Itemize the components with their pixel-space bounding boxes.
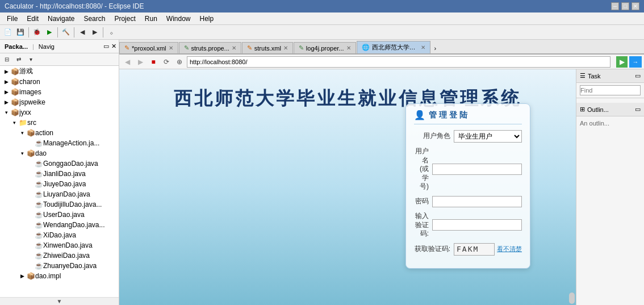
tab-close-log4j[interactable]: ✕ <box>346 45 351 51</box>
tab-close-proxool[interactable]: ✕ <box>169 45 173 51</box>
tab-close-struts-xml[interactable]: ✕ <box>283 45 288 51</box>
new-button[interactable]: 📄 <box>2 27 14 38</box>
tab-overflow-button[interactable]: › <box>431 43 440 53</box>
tree-item-action[interactable]: ▾ 📦 action <box>0 128 119 138</box>
tab-browser[interactable]: 🌐 西北师范大学毕业生就业信... ✕ <box>357 41 430 55</box>
tree-item-images[interactable]: ▶ 📦 images <box>0 87 119 97</box>
menu-project[interactable]: Project <box>110 14 140 24</box>
url-input[interactable] <box>187 56 610 68</box>
next-button[interactable]: ▶ <box>89 27 101 38</box>
tree-item-dao[interactable]: ▾ 📦 dao <box>0 148 119 158</box>
tab-close-browser[interactable]: ✕ <box>421 44 425 51</box>
save-button[interactable]: 💾 <box>15 27 26 38</box>
sidebar-close-button[interactable]: ✕ <box>111 43 116 50</box>
tree-label-xidao: XiDao.java <box>43 231 76 239</box>
tree-item-jspweike[interactable]: ▶ 📦 jspweike <box>0 97 119 107</box>
tree-label-action: action <box>35 129 53 137</box>
tree-item-jiuyedao[interactable]: ☕ JiuyeDao.java <box>0 179 119 189</box>
toggle-action[interactable]: ▾ <box>18 130 26 136</box>
java-icon-userdao: ☕ <box>34 210 43 219</box>
tree-item-xinwendao[interactable]: ☕ XinwenDao.java <box>0 240 119 250</box>
sidebar-more[interactable]: ▾ <box>25 54 36 65</box>
user-icon: 👤 <box>414 110 425 120</box>
tree-item-liuyandao[interactable]: ☕ LiuyanDao.java <box>0 189 119 199</box>
right-panel-minimize[interactable]: ▭ <box>635 72 641 80</box>
toggle-src[interactable]: ▾ <box>10 120 18 126</box>
tree-item-jyxx[interactable]: ▾ 📦 jyxx <box>0 107 119 118</box>
role-select[interactable]: 毕业生用户管理员企业用户 <box>454 130 522 143</box>
tree-item-xidao[interactable]: ☕ XiDao.java <box>0 230 119 240</box>
captcha-input[interactable] <box>432 219 522 231</box>
outline-minimize[interactable]: ▭ <box>635 106 641 113</box>
pkg-icon-images: 📦 <box>10 87 19 97</box>
sidebar-tree: ▶ 📦 游戏 ▶ 📦 charon ▶ 📦 images ▶ 📦 jspweik… <box>0 66 119 297</box>
browser-open-button[interactable]: → <box>629 56 642 68</box>
toolbar-sep-2 <box>57 27 58 37</box>
run-button[interactable]: ▶ <box>44 27 55 38</box>
sidebar-minimize-button[interactable]: ▭ <box>103 43 109 50</box>
find-bar <box>576 83 644 98</box>
close-button[interactable]: ✕ <box>632 2 639 10</box>
tree-item-src[interactable]: ▾ 📁 src <box>0 118 119 128</box>
prev-button[interactable]: ◀ <box>77 27 88 38</box>
right-panel: ☰ Task ▭ ⊞ Outlin... ▭ An outlin... <box>576 69 644 305</box>
toolbar-btn-extra[interactable]: ⬦ <box>106 27 117 38</box>
menu-edit[interactable]: Edit <box>22 14 43 24</box>
toggle-jyxx[interactable]: ▾ <box>2 110 10 115</box>
login-captcha-display-row: 获取验证码: FAKM 看不清楚 <box>414 243 522 256</box>
login-username-row: 用户名 (或学号) <box>414 147 522 191</box>
web-scrollbar-thumb[interactable] <box>569 293 575 304</box>
sidebar-tab-packages[interactable]: Packa... <box>2 42 30 51</box>
menu-file[interactable]: File <box>2 14 22 24</box>
sidebar-link-editor[interactable]: ⇄ <box>13 54 24 65</box>
minimize-button[interactable]: ─ <box>611 2 619 10</box>
browser-forward-button[interactable]: ▶ <box>135 56 146 68</box>
browser-home-button[interactable]: ⊕ <box>174 56 185 68</box>
tree-item-zhuanyedao[interactable]: ☕ ZhuanyeDao.java <box>0 261 119 271</box>
tab-struts-prop[interactable]: ✎ struts.prope... ✕ <box>179 42 241 53</box>
browser-stop-button[interactable]: ■ <box>148 56 159 68</box>
java-icon-wendangdao: ☕ <box>34 220 43 229</box>
browser-run-button[interactable]: ▶ <box>616 56 628 68</box>
find-input[interactable] <box>580 85 641 95</box>
build-button[interactable]: 🔨 <box>60 27 72 38</box>
tree-item-userdao[interactable]: ☕ UserDao.java <box>0 210 119 220</box>
toggle-dao-impl[interactable]: ▶ <box>18 273 26 279</box>
tree-item-dao-impl[interactable]: ▶ 📦 dao.impl <box>0 271 119 281</box>
menu-help[interactable]: Help <box>195 14 219 24</box>
tab-label-struts-xml: struts.xml <box>254 45 281 52</box>
tab-log4j[interactable]: ✎ log4j.proper... ✕ <box>294 42 356 53</box>
tree-item-manageaction[interactable]: ☕ ManageAction.ja... <box>0 138 119 148</box>
toggle-dao[interactable]: ▾ <box>18 151 26 156</box>
menu-search[interactable]: Search <box>79 14 110 24</box>
username-input[interactable] <box>432 164 522 175</box>
debug-button[interactable]: 🐞 <box>31 27 43 38</box>
menu-navigate[interactable]: Navigate <box>43 14 79 24</box>
maximize-button[interactable]: □ <box>621 2 629 10</box>
tab-close-struts-prop[interactable]: ✕ <box>232 45 236 51</box>
captcha-refresh-link[interactable]: 看不清楚 <box>497 245 522 253</box>
java-icon-toudijilludao: ☕ <box>34 200 43 209</box>
tree-item-gonggaodao[interactable]: ☕ GonggaoDao.java <box>0 158 119 169</box>
tab-struts-xml[interactable]: ✎ struts.xml ✕ <box>242 42 293 53</box>
tree-item-zhiweidao[interactable]: ☕ ZhiweiDao.java <box>0 250 119 261</box>
sidebar-tab-navigator[interactable]: Navig <box>36 42 57 51</box>
password-input[interactable] <box>432 196 522 207</box>
menu-run[interactable]: Run <box>140 14 162 24</box>
tree-item-charon[interactable]: ▶ 📦 charon <box>0 77 119 87</box>
tree-item-jianlidao[interactable]: ☕ JianliDao.java <box>0 169 119 179</box>
tab-proxool[interactable]: ✎ *proxool.xml ✕ <box>119 42 178 53</box>
tree-item-games[interactable]: ▶ 📦 游戏 <box>0 66 119 77</box>
tree-item-toudijilludao[interactable]: ☕ ToudijilluDao.java... <box>0 199 119 210</box>
tree-item-wendangdao[interactable]: ☕ WendangDao.java... <box>0 220 119 230</box>
sidebar-collapse-all[interactable]: ⊟ <box>1 54 12 65</box>
toggle-images[interactable]: ▶ <box>2 89 10 95</box>
browser-refresh-button[interactable]: ⟳ <box>161 56 172 68</box>
browser-back-button[interactable]: ◀ <box>122 56 133 68</box>
menu-window[interactable]: Window <box>162 14 195 24</box>
sidebar-scroll-down[interactable]: ▼ <box>0 297 119 305</box>
toggle-games[interactable]: ▶ <box>2 69 10 74</box>
toggle-charon[interactable]: ▶ <box>2 79 10 85</box>
toggle-jspweike[interactable]: ▶ <box>2 99 10 105</box>
browser-toolbar: ◀ ▶ ■ ⟳ ⊕ ▶ → <box>119 55 644 69</box>
